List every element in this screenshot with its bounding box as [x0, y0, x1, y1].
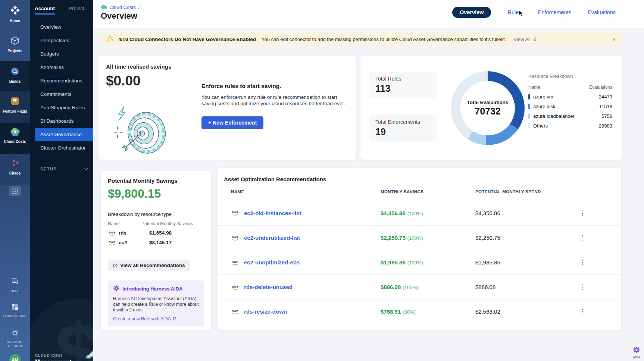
rail-item-projects[interactable]: Projects [0, 36, 30, 53]
legend-row-value: 28983 [599, 123, 612, 129]
dollar-watermark: $ [30, 298, 93, 361]
total-rules-box: Total Rules 113 [369, 72, 437, 98]
scope-tabs: Account Project [35, 6, 84, 15]
tab-project[interactable]: Project [69, 6, 84, 15]
sidebar-item-bi-dashboards[interactable]: BI Dashboards [30, 114, 93, 128]
aws-icon: aws [108, 240, 116, 245]
savings-card-title: All time realised savings [106, 63, 171, 70]
module-grid-icon[interactable] [9, 186, 21, 196]
asset-optimization-card: Asset Optimization Recommendations NAME … [218, 168, 621, 330]
aida-promo-body: Harness AI Development Assistant (AIDA) … [113, 296, 199, 313]
sidebar-item-asset-governance[interactable]: Asset Governance [35, 128, 93, 141]
tab-rules[interactable]: Rules [507, 9, 521, 15]
projects-cube-icon [10, 36, 20, 47]
aida-promo-title: Introducing Harness AIDA [122, 286, 182, 292]
potential-savings-title: Potential Monthly Savings [108, 178, 178, 184]
legend-row: Others 28983 [528, 123, 612, 129]
page-title: Overview [101, 11, 137, 21]
breakdown-savings-header: Potential Monthly Savings [141, 221, 193, 226]
legend-title: Resource Breakdown [528, 74, 612, 79]
recommendations-table-body: aws ec2-old-instances-list $4,356.86(100… [218, 201, 621, 324]
tab-evaluations[interactable]: Evaluations [588, 9, 616, 15]
new-enforcement-button[interactable]: + New Enforcement [201, 116, 263, 129]
chaos-icon [10, 158, 20, 169]
legend-row-name: azure.vm [533, 94, 553, 100]
sidebar-item-budgets[interactable]: Budgets [30, 47, 93, 61]
breakdown-name-header: Name [108, 221, 120, 226]
aida-flower-icon [633, 346, 640, 355]
rail-item-dashboards[interactable]: DASHBOARDS [0, 303, 30, 318]
table-row: aws ec2-old-instances-list $4,356.86(100… [218, 201, 621, 225]
recommendation-link[interactable]: ec2-underutilized-list [244, 235, 381, 241]
breadcrumb-link-cloud-costs[interactable]: Cloud Costs [109, 4, 136, 10]
warning-triangle-icon [107, 35, 113, 43]
aida-promo-box: Introducing Harness AIDA Harness AI Deve… [108, 280, 204, 326]
create-rule-with-aida-link[interactable]: Create a new Rule with AIDA [113, 316, 199, 321]
row-menu-kebab-icon[interactable]: ⋮ [579, 234, 586, 242]
resource-savings: $8,145.17 [149, 240, 172, 245]
legend-row-value: 24473 [599, 94, 612, 100]
harness-home-icon [10, 5, 20, 17]
rail-label: Projects [7, 49, 22, 53]
governance-tabs: Overview Rules Enforcements Evaluations [452, 7, 616, 18]
total-rules-label: Total Rules [375, 76, 431, 82]
view-all-recommendations-button[interactable]: View all Recommendations [108, 260, 190, 271]
sidebar-item-anomalies[interactable]: Anomalies [30, 61, 93, 74]
row-menu-kebab-icon[interactable]: ⋮ [579, 283, 586, 291]
rail-item-help[interactable]: ? HELP [0, 277, 30, 293]
close-icon[interactable]: × [612, 36, 616, 43]
enforce-cta-body: You can enforce/run any rule or rule rec… [201, 94, 348, 107]
recommendation-link[interactable]: ec2-old-instances-list [244, 210, 381, 216]
table-row: aws rds-delete-unused $886.08(100%) $886… [218, 274, 621, 299]
recommendation-link[interactable]: rds-delete-unused [244, 284, 381, 290]
tab-account[interactable]: Account [35, 6, 55, 15]
table-row: aws ec2-underutilized-list $2,250.75(100… [218, 225, 621, 250]
tab-overview[interactable]: Overview [452, 7, 491, 18]
sidebar-item-perspectives[interactable]: Perspectives [30, 34, 93, 47]
sidebar-item-recommendations[interactable]: Recommendations [30, 74, 93, 88]
banner-view-all-link[interactable]: View All [513, 37, 536, 42]
rail-label: DASHBOARDS [3, 314, 27, 318]
row-savings-percent: (100%) [407, 211, 423, 216]
tab-enforcements[interactable]: Enforcements [538, 9, 571, 15]
recommendation-link[interactable]: ec2-unoptimized-ebs [244, 259, 381, 266]
row-menu-kebab-icon[interactable]: ⋮ [579, 258, 586, 266]
setup-section-toggle[interactable]: SETUP [40, 167, 87, 171]
rail-item-feature-flags[interactable]: Feature Flags [0, 96, 30, 113]
row-spend: $2,563.02 [475, 308, 579, 315]
aida-fab-label: AIDA [633, 355, 640, 359]
rail-item-cloud-costs[interactable]: $ Cloud Costs [0, 127, 30, 144]
user-avatar[interactable]: AM [9, 354, 21, 361]
row-savings-percent: (100%) [407, 260, 423, 266]
rail-item-chaos[interactable]: Chaos [0, 158, 30, 175]
sidebar-divider [40, 161, 87, 161]
rail-item-home[interactable]: Home [0, 5, 30, 23]
row-savings: $768.91 [381, 308, 401, 315]
recommendation-link[interactable]: rds-resize-down [244, 308, 381, 315]
legend-name-header: Name [528, 85, 540, 90]
legend-row-value: 11518 [599, 104, 612, 109]
donut-center: Total Evaluations 70732 [460, 81, 515, 135]
sidebar-item-overview[interactable]: Overview [30, 21, 93, 34]
col-header-potential-spend: POTENTIAL MONTHLY SPEND [475, 189, 621, 194]
row-menu-kebab-icon[interactable]: ⋮ [579, 209, 586, 217]
card-divider [192, 72, 192, 151]
col-header-name: NAME [231, 189, 381, 194]
row-menu-kebab-icon[interactable]: ⋮ [579, 308, 586, 316]
evaluations-donut: Total Evaluations 70732 [451, 71, 525, 145]
sidebar-menu: Overview Perspectives Budgets Anomalies … [30, 21, 93, 155]
resource-name: rds [119, 230, 126, 236]
sidebar-item-cluster-orchestrator[interactable]: Cluster Orchestrator [30, 141, 93, 155]
builds-icon [10, 66, 20, 78]
sidebar-collapse-handle[interactable] [87, 351, 93, 357]
legend-row: azure.vm 24473 [528, 94, 612, 100]
breadcrumb: Cloud Costs › [101, 4, 140, 10]
aida-fab[interactable]: AIDA [633, 346, 640, 359]
legend-color-bar [528, 113, 530, 119]
row-savings-percent: (100%) [403, 285, 418, 290]
rail-item-account-settings[interactable]: ACCOUNT SETTINGS [0, 329, 30, 348]
rail-item-builds[interactable]: Builds [0, 66, 30, 84]
sidebar-item-autostopping-rules[interactable]: AutoStopping Rules [30, 101, 93, 114]
sidebar-item-commitments[interactable]: Commitments [30, 88, 93, 101]
breakdown-row: aws rds $1,654.98 [108, 230, 204, 236]
